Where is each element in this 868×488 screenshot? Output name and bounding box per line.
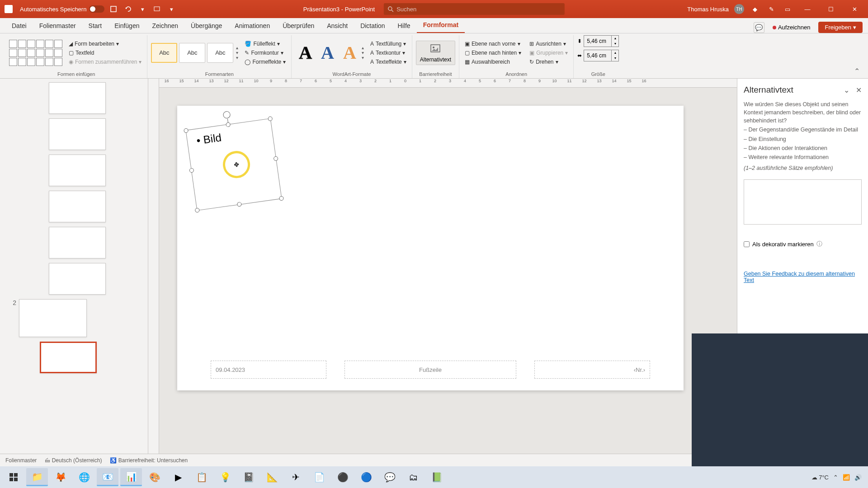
tab-zeichnen[interactable]: Zeichnen — [146, 19, 184, 33]
layout-thumb-selected[interactable] — [40, 342, 97, 373]
tab-dictation[interactable]: Dictation — [354, 19, 391, 33]
text-effects-button[interactable]: ATexteffekte ▾ — [368, 58, 408, 66]
resize-handle-br[interactable] — [279, 196, 284, 201]
tab-start[interactable]: Start — [82, 19, 108, 33]
panel-collapse-icon[interactable]: ⌄ — [844, 86, 849, 94]
window-icon[interactable]: ▭ — [782, 4, 793, 14]
fill-button[interactable]: 🪣Fülleffekt ▾ — [243, 40, 288, 48]
visio-icon[interactable]: 📐 — [261, 468, 283, 486]
start-button[interactable] — [3, 468, 24, 486]
close-button[interactable]: ✕ — [845, 2, 863, 16]
resize-handle-bl[interactable] — [195, 208, 200, 213]
style-gallery-more[interactable]: ▴▾▾ — [236, 45, 238, 60]
tray-sound-icon[interactable]: 🔊 — [854, 474, 862, 481]
tab-einfuegen[interactable]: Einfügen — [108, 19, 146, 33]
text-outline-button[interactable]: ATextkontur ▾ — [368, 49, 408, 57]
resize-handle-l[interactable] — [189, 168, 194, 173]
outline-button[interactable]: ✎Formkontur ▾ — [243, 49, 288, 57]
minimize-button[interactable]: — — [798, 2, 816, 16]
app-icon-5[interactable]: 🔵 — [355, 468, 377, 486]
outlook-icon[interactable]: 📧 — [97, 468, 118, 486]
layout-thumb-1[interactable] — [49, 82, 106, 114]
wordart-style-3[interactable]: A — [340, 42, 360, 63]
status-view[interactable]: Folienmaster — [5, 457, 37, 464]
app-icon-2[interactable]: 📋 — [191, 468, 212, 486]
weather-widget[interactable]: ☁ 7°C — [811, 474, 829, 481]
selected-shape[interactable]: • Bild ✥ — [185, 118, 282, 211]
textbox-button[interactable]: ▢Textfeld — [67, 49, 143, 57]
tray-chevron-icon[interactable]: ⌃ — [833, 474, 838, 481]
app-icon-1[interactable]: 🎨 — [144, 468, 165, 486]
layout-thumb-6[interactable] — [49, 263, 106, 295]
resize-handle-r[interactable] — [273, 156, 278, 161]
status-lang[interactable]: 🖮 Deutsch (Österreich) — [45, 457, 102, 464]
feedback-link[interactable]: Geben Sie Feedback zu diesem alternative… — [744, 271, 862, 283]
selection-pane-button[interactable]: ▦Auswahlbereich — [463, 58, 523, 66]
app-icon-4[interactable]: 📄 — [308, 468, 330, 486]
toggle-switch[interactable] — [89, 5, 104, 13]
slide-thumbnails-panel[interactable]: 2 — [0, 79, 148, 454]
wordart-style-1[interactable]: A — [295, 42, 316, 63]
tab-ueberpruefen[interactable]: Überprüfen — [276, 19, 321, 33]
user-name[interactable]: Thomas Hruska — [687, 6, 729, 13]
layout-thumb-2[interactable] — [49, 118, 106, 150]
excel-icon[interactable]: 📗 — [426, 468, 448, 486]
info-icon[interactable]: ⓘ — [816, 240, 822, 248]
master-thumb-2[interactable] — [19, 299, 87, 337]
redo-icon[interactable]: ▾ — [137, 4, 148, 14]
height-input[interactable]: 5,46 cm▴▾ — [584, 35, 619, 47]
telegram-icon[interactable]: ✈ — [285, 468, 307, 486]
footer-placeholder[interactable]: Fußzeile — [344, 361, 516, 379]
send-backward-button[interactable]: ▢Ebene nach hinten ▾ — [463, 49, 523, 57]
undo-icon[interactable] — [123, 4, 133, 14]
comments-icon[interactable]: 💬 — [754, 22, 764, 33]
tray-network-icon[interactable]: 📶 — [843, 474, 850, 481]
search-box[interactable] — [384, 3, 565, 15]
bring-forward-button[interactable]: ▣Ebene nach vorne ▾ — [463, 40, 523, 48]
shape-style-2[interactable]: Abc — [179, 43, 205, 63]
firefox-icon[interactable]: 🦊 — [50, 468, 71, 486]
decorative-checkbox[interactable]: Als dekorativ markieren ⓘ — [744, 240, 862, 248]
pen-icon[interactable]: ✎ — [766, 4, 777, 14]
layout-thumb-3[interactable] — [49, 155, 106, 186]
resize-handle-tr[interactable] — [268, 116, 273, 121]
system-tray[interactable]: ☁ 7°C ⌃ 📶 🔊 — [811, 474, 865, 481]
alt-text-button[interactable]: Alternativtext — [416, 41, 455, 65]
resize-handle-b[interactable] — [237, 202, 242, 206]
obs-icon[interactable]: ⚫ — [332, 468, 354, 486]
rotate-button[interactable]: ↻Drehen ▾ — [528, 58, 570, 66]
pagenum-placeholder[interactable]: ‹Nr.› — [534, 361, 650, 379]
tab-hilfe[interactable]: Hilfe — [392, 19, 417, 33]
app-icon-3[interactable]: 💡 — [214, 468, 236, 486]
maximize-button[interactable]: ☐ — [822, 2, 840, 16]
collapse-ribbon-icon[interactable]: ⌃ — [851, 64, 863, 78]
effects-button[interactable]: ◯Formeffekte ▾ — [243, 58, 288, 66]
decorative-checkbox-input[interactable] — [744, 241, 750, 247]
save-icon[interactable] — [108, 4, 119, 14]
rotation-handle[interactable] — [223, 111, 231, 119]
edit-shape-button[interactable]: ◢Form bearbeiten ▾ — [67, 40, 143, 48]
resize-handle-t[interactable] — [226, 122, 231, 127]
autosave-toggle[interactable]: Automatisches Speichern — [20, 5, 104, 13]
tab-datei[interactable]: Datei — [5, 19, 33, 33]
onenote-icon[interactable]: 📓 — [238, 468, 259, 486]
search-input[interactable] — [396, 6, 561, 13]
powerpoint-icon[interactable]: 📊 — [120, 468, 142, 486]
record-button[interactable]: Aufzeichnen — [768, 22, 815, 33]
tab-formformat[interactable]: Formformat — [417, 18, 465, 33]
app-icon-7[interactable]: 🗂 — [402, 468, 424, 486]
layout-thumb-5[interactable] — [49, 227, 106, 258]
layout-thumb-4[interactable] — [49, 191, 106, 222]
present-icon[interactable] — [151, 4, 162, 14]
text-fill-button[interactable]: ATextfüllung ▾ — [368, 40, 408, 48]
touch-icon[interactable]: ▾ — [166, 4, 177, 14]
width-input[interactable]: 5,46 cm▴▾ — [584, 50, 619, 61]
wordart-gallery-more[interactable]: ▴▾▾ — [362, 45, 364, 60]
app-icon-6[interactable]: 💬 — [379, 468, 401, 486]
tab-ansicht[interactable]: Ansicht — [321, 19, 354, 33]
chrome-icon[interactable]: 🌐 — [73, 468, 95, 486]
tab-uebergaenge[interactable]: Übergänge — [184, 19, 228, 33]
shape-style-3[interactable]: Abc — [207, 43, 233, 63]
resize-handle-tl[interactable] — [184, 128, 189, 133]
alt-text-input[interactable] — [744, 179, 862, 225]
